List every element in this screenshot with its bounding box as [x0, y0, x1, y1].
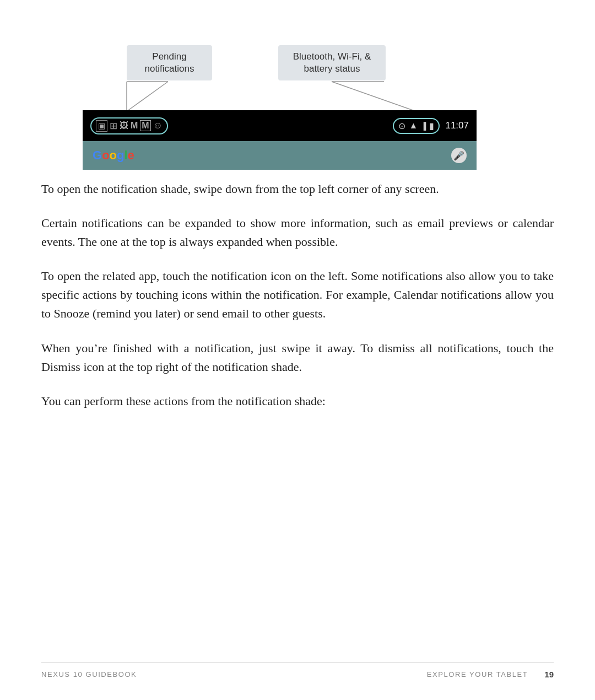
svg-line-4 [332, 82, 416, 111]
smiley-icon: ☺ [153, 120, 163, 131]
battery-icon: ▮ [429, 121, 434, 131]
google-logo: Google [93, 148, 134, 162]
para-5: You can perform these actions from the n… [41, 392, 554, 411]
page-footer: NEXUS 10 GUIDEBOOK EXPLORE YOUR TABLET 1… [41, 663, 554, 679]
diagram-area: Pending notifications Bluetooth, Wi-Fi, … [41, 33, 554, 160]
status-bar: ▣ ⊞ 🖼 M M ☺ ⊙ ▲ ▐ [83, 110, 477, 141]
alarm-icon: ⊙ [398, 121, 405, 131]
callout-pending: Pending notifications [127, 45, 212, 80]
grid-icon: ⊞ [110, 120, 117, 132]
email-icon: M [131, 121, 138, 131]
tablet-icon: ▣ [96, 120, 107, 132]
footer-title: NEXUS 10 GUIDEBOOK [41, 670, 137, 679]
wifi-icon: ▲ [409, 121, 418, 131]
para-3: To open the related app, touch the notif… [41, 267, 554, 323]
google-logo-area: Google [93, 148, 451, 163]
para-4: When you’re finished with a notification… [41, 339, 554, 376]
notification-icons: ▣ ⊞ 🖼 M M ☺ [90, 117, 168, 134]
footer-section: EXPLORE YOUR TABLET [427, 670, 528, 679]
callout-bluetooth: Bluetooth, Wi-Fi, & battery status [278, 45, 386, 80]
para-2: Certain notifications can be expanded to… [41, 214, 554, 251]
footer-page-number: 19 [544, 670, 554, 679]
signal-icon: ▐ [421, 122, 426, 130]
image-icon: 🖼 [120, 121, 128, 131]
system-icons-inner: ⊙ ▲ ▐ ▮ [393, 118, 440, 134]
mic-icon[interactable]: 🎤 [451, 148, 467, 163]
svg-line-0 [127, 82, 168, 111]
system-icons: ⊙ ▲ ▐ ▮ 11:07 [393, 118, 469, 134]
email2-icon: M [140, 120, 150, 131]
google-search-bar[interactable]: Google 🎤 [83, 141, 477, 170]
text-content: To open the notification shade, swipe do… [41, 180, 554, 411]
para-1: To open the notification shade, swipe do… [41, 180, 554, 198]
footer-right: EXPLORE YOUR TABLET 19 [427, 670, 554, 679]
time-display: 11:07 [445, 120, 469, 131]
